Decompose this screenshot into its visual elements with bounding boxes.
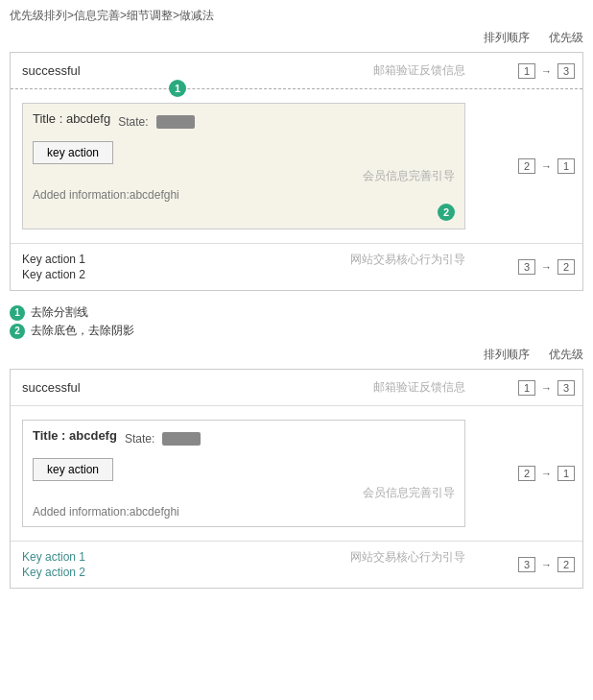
breadcrumb: 优先级排列>信息完善>细节调整>做减法 <box>0 0 593 28</box>
key-action-btn-1[interactable]: key action <box>33 141 113 164</box>
member-guide-label-2: 会员信息完善引导 <box>363 485 455 501</box>
state-label-1: State: <box>118 115 148 129</box>
sort3-to: 2 <box>557 259 575 275</box>
state-toggle-2 <box>162 432 201 446</box>
email-verify-label-2: 邮箱验证反馈信息 <box>373 379 465 396</box>
s2-sort3-to: 2 <box>557 557 575 572</box>
sort2-to: 1 <box>557 158 575 174</box>
s2-sort2-to: 1 <box>557 466 575 481</box>
site-trade-label-2: 网站交易核心行为引导 <box>350 549 465 566</box>
row-2-2: Title : abcdefg State: key action 会员信息完善… <box>11 406 582 542</box>
annotation-text-2: 去除底色，去除阴影 <box>31 323 134 339</box>
card-title-2: Title : abcdefg <box>33 428 117 443</box>
sort1-from: 1 <box>518 63 535 79</box>
bubble-2: 2 <box>438 204 455 221</box>
added-info-2: Added information:abcdefghi <box>33 505 455 519</box>
annotations: 1 去除分割线 2 去除底色，去除阴影 <box>0 299 593 343</box>
sort1-to: 3 <box>557 63 575 79</box>
section-2: successful 邮箱验证反馈信息 1 → 3 Title : abcdef… <box>10 369 583 589</box>
email-verify-label: 邮箱验证反馈信息 <box>373 62 465 79</box>
section-1: successful 邮箱验证反馈信息 1 1 → 3 Title : abcd… <box>10 52 583 291</box>
s2-sort3-arrow: → <box>541 559 552 570</box>
sort3-from: 3 <box>518 259 535 275</box>
successful-label: successful <box>22 63 81 78</box>
s2-sort3-from: 3 <box>518 557 535 572</box>
row-3: Key action 1 Key action 2 网站交易核心行为引导 3 →… <box>11 244 582 290</box>
state-toggle-1 <box>156 115 195 129</box>
annotation-2: 2 去除底色，去除阴影 <box>10 323 583 339</box>
s2-sort1-to: 3 <box>557 380 575 396</box>
row-2-3: Key action 1 Key action 2 网站交易核心行为引导 3 →… <box>11 542 582 588</box>
annotation-text-1: 去除分割线 <box>31 304 88 321</box>
sort-header-col2: 优先级 <box>549 30 583 46</box>
sort-header-1: 排列顺序 优先级 <box>0 28 593 48</box>
sort-header-2: 排列顺序 优先级 <box>0 343 593 365</box>
key-action-btn-2[interactable]: key action <box>33 458 113 481</box>
s2-sort1-from: 1 <box>518 380 535 396</box>
sort1-arrow: → <box>541 65 552 77</box>
key-action-1-label-2[interactable]: Key action 1 <box>22 549 85 565</box>
annotation-bubble-1: 1 <box>10 305 25 321</box>
row-2: Title : abcdefg State: key action 会员信息完善… <box>11 89 582 244</box>
bubble-1: 1 <box>169 80 186 97</box>
card-title-1: Title : abcdefg <box>33 111 110 126</box>
inner-card-2: Title : abcdefg State: key action 会员信息完善… <box>22 420 465 527</box>
member-guide-label-1: 会员信息完善引导 <box>363 168 455 184</box>
annotation-bubble-2: 2 <box>10 324 25 339</box>
key-action-1-label: Key action 1 <box>22 252 85 267</box>
inner-card-1: Title : abcdefg State: key action 会员信息完善… <box>22 103 465 229</box>
site-trade-label-1: 网站交易核心行为引导 <box>350 252 465 268</box>
sort3-arrow: → <box>541 261 552 273</box>
annotation-1: 1 去除分割线 <box>10 304 583 321</box>
sort2-from: 2 <box>518 158 535 174</box>
key-action-2-label-2[interactable]: Key action 2 <box>22 565 85 580</box>
s2-sort2-from: 2 <box>518 466 535 481</box>
s2-sort1-arrow: → <box>541 382 552 394</box>
added-info-1: Added information:abcdefghi <box>33 188 455 202</box>
row-1: successful 邮箱验证反馈信息 1 1 → 3 <box>11 53 582 89</box>
state-label-2: State: <box>125 432 154 446</box>
successful-label-2: successful <box>22 380 81 395</box>
sort-header-col1: 排列顺序 <box>484 30 530 46</box>
row-2-1: successful 邮箱验证反馈信息 1 → 3 <box>11 370 582 406</box>
s2-sort2-arrow: → <box>541 468 552 479</box>
sort-header-col2-2: 优先级 <box>549 347 583 363</box>
sort2-arrow: → <box>541 160 552 172</box>
key-action-2-label: Key action 2 <box>22 267 85 282</box>
sort-header-col1-2: 排列顺序 <box>484 347 530 363</box>
